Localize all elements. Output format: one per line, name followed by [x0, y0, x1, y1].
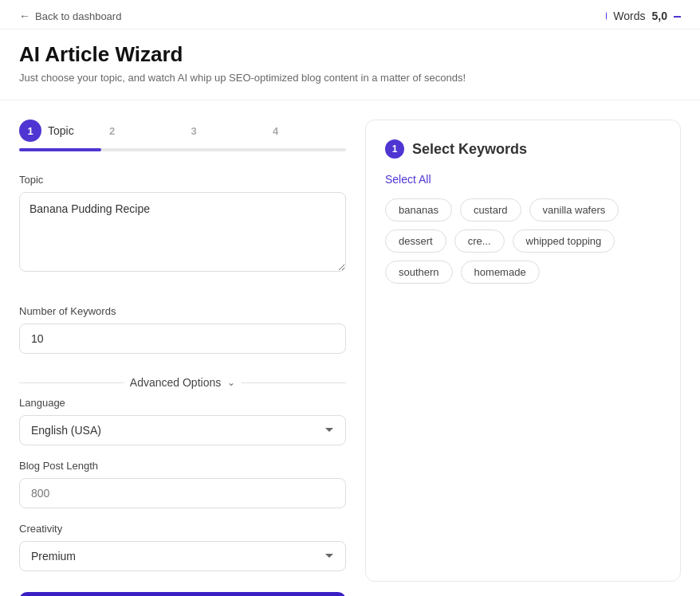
back-label: Back to dashboard	[35, 10, 121, 22]
step-3-number: 3	[191, 125, 196, 137]
step-2-circle: 2	[101, 120, 124, 142]
step-2-number: 2	[109, 125, 115, 137]
language-select[interactable]: English (USA) Spanish French German	[19, 415, 346, 445]
language-label: Language	[19, 397, 346, 409]
words-indicator: Words 5,0	[606, 10, 681, 22]
steps-bar: 1 Topic 2 3 4	[19, 120, 346, 142]
topic-label: Topic	[19, 174, 346, 186]
right-panel: 1 Select Keywords Select All bananas cus…	[365, 120, 681, 582]
progress-bar-fill	[19, 148, 101, 151]
left-panel: 1 Topic 2 3 4	[19, 120, 346, 582]
creativity-section: Creativity Premium Standard Economy	[19, 523, 346, 571]
back-to-dashboard-link[interactable]: ← Back to dashboard	[19, 10, 121, 22]
topic-section: Topic	[19, 174, 346, 291]
step-1-label: Topic	[48, 124, 74, 137]
page-title: AI Article Wizard	[19, 42, 681, 67]
keyword-tag-vanilla-wafers[interactable]: vanilla wafers	[529, 198, 619, 222]
keyword-tag-whipped-topping[interactable]: whipped topping	[513, 229, 615, 253]
language-section: Language English (USA) Spanish French Ge…	[19, 397, 346, 445]
topic-textarea[interactable]	[19, 192, 346, 272]
step-3-circle: 3	[183, 120, 205, 142]
words-dot-icon	[606, 12, 607, 20]
right-panel-title: Select Keywords	[412, 141, 527, 158]
keyword-tag-bananas[interactable]: bananas	[385, 198, 452, 222]
header-section: AI Article Wizard Just choose your topic…	[0, 29, 700, 100]
step-1-item: 1 Topic	[19, 120, 101, 142]
words-underline	[674, 16, 681, 18]
right-panel-header: 1 Select Keywords	[385, 139, 661, 159]
progress-bar-container	[19, 148, 346, 151]
step-4-number: 4	[273, 125, 278, 137]
page-subtitle: Just choose your topic, and watch AI whi…	[19, 72, 681, 84]
advanced-options-toggle[interactable]: Advanced Options ⌄	[19, 368, 346, 397]
chevron-down-icon: ⌄	[227, 377, 235, 388]
keywords-grid: bananas custard vanilla wafers dessert c…	[385, 198, 661, 284]
step-1-number: 1	[27, 125, 33, 137]
advanced-options-label: Advanced Options	[130, 376, 221, 389]
keyword-tag-homemade[interactable]: homemade	[461, 261, 540, 284]
back-arrow-icon: ←	[19, 10, 30, 22]
keywords-number-section: Number of Keywords	[19, 305, 346, 354]
blog-length-label: Blog Post Length	[19, 460, 346, 472]
keyword-tag-southern[interactable]: southern	[385, 261, 453, 284]
step-3-item: 3	[183, 120, 265, 142]
keyword-tag-custard[interactable]: custard	[460, 198, 521, 222]
step-2-item: 2	[101, 120, 183, 142]
main-content: 1 Topic 2 3 4	[0, 100, 700, 596]
words-label: Words	[613, 10, 645, 22]
creativity-select[interactable]: Premium Standard Economy	[19, 541, 346, 571]
keyword-tag-dessert[interactable]: dessert	[385, 229, 446, 253]
step-4-item: 4	[265, 120, 347, 142]
select-all-link[interactable]: Select All	[385, 173, 661, 186]
top-bar: ← Back to dashboard Words 5,0	[0, 0, 700, 29]
step-1-circle: 1	[19, 120, 41, 142]
keyword-tag-creamy[interactable]: cre...	[454, 229, 505, 253]
creativity-label: Creativity	[19, 523, 346, 535]
blog-length-section: Blog Post Length	[19, 460, 346, 508]
generate-keywords-button[interactable]: Generate Keywords	[19, 592, 346, 596]
blog-length-input[interactable]	[19, 478, 346, 508]
step-4-circle: 4	[265, 120, 287, 142]
step-badge: 1	[385, 139, 404, 159]
words-value: 5,0	[652, 10, 667, 22]
keywords-number-input[interactable]	[19, 323, 346, 354]
keywords-label: Number of Keywords	[19, 305, 346, 317]
